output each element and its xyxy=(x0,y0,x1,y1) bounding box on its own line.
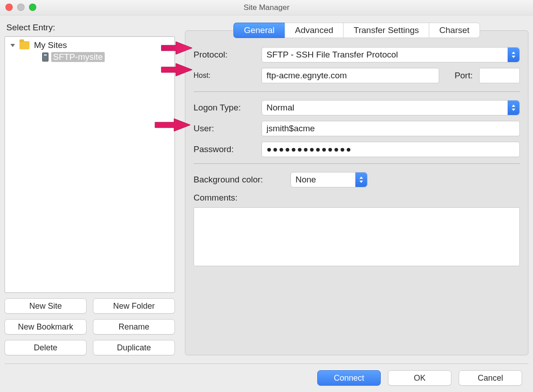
svg-marker-2 xyxy=(512,56,515,58)
svg-marker-6 xyxy=(359,181,363,183)
port-input[interactable] xyxy=(479,68,520,83)
new-folder-button[interactable]: New Folder xyxy=(93,298,175,314)
password-label: Password: xyxy=(194,144,255,154)
svg-marker-3 xyxy=(512,105,515,107)
port-label: Port: xyxy=(446,71,473,81)
stepper-icon xyxy=(508,100,519,115)
protocol-label: Protocol: xyxy=(194,50,255,60)
ok-button[interactable]: OK xyxy=(388,370,451,386)
svg-marker-1 xyxy=(512,52,515,54)
left-column: Select Entry: My Sites SFTP-mysite xyxy=(5,21,175,355)
window-controls xyxy=(5,4,36,11)
tab-bar: General Advanced Transfer Settings Chars… xyxy=(233,23,480,38)
tree-item-row[interactable]: SFTP-mysite xyxy=(6,51,174,63)
divider xyxy=(194,163,520,164)
host-input[interactable] xyxy=(262,68,439,83)
logon-type-value: Normal xyxy=(266,103,294,113)
new-bookmark-button[interactable]: New Bookmark xyxy=(5,319,87,335)
select-entry-label: Select Entry: xyxy=(6,23,175,33)
tab-general[interactable]: General xyxy=(233,23,285,38)
bg-color-select[interactable]: None xyxy=(291,172,368,187)
password-row: Password: xyxy=(194,142,520,157)
cancel-button[interactable]: Cancel xyxy=(459,370,522,386)
password-input[interactable] xyxy=(262,142,520,157)
bg-color-value: None xyxy=(296,175,316,185)
bg-color-row: Background color: None xyxy=(194,172,520,187)
user-input[interactable] xyxy=(262,121,520,136)
tree-root-row[interactable]: My Sites xyxy=(6,39,174,51)
entry-button-grid: New Site New Folder New Bookmark Rename … xyxy=(5,298,175,355)
duplicate-button[interactable]: Duplicate xyxy=(93,340,175,355)
logon-type-select[interactable]: Normal xyxy=(262,100,520,115)
comments-label: Comments: xyxy=(194,193,520,203)
host-label: Host: xyxy=(194,72,255,80)
delete-button[interactable]: Delete xyxy=(5,340,87,355)
entry-tree[interactable]: My Sites SFTP-mysite xyxy=(5,36,175,293)
tab-transfer-settings[interactable]: Transfer Settings xyxy=(343,23,429,38)
new-site-button[interactable]: New Site xyxy=(5,298,87,314)
host-row: Host: Port: xyxy=(194,68,520,83)
content: Select Entry: My Sites SFTP-mysite xyxy=(0,15,533,392)
stepper-icon xyxy=(355,172,367,187)
svg-marker-5 xyxy=(359,177,363,179)
rename-button[interactable]: Rename xyxy=(93,319,175,335)
svg-marker-4 xyxy=(512,109,515,111)
protocol-value: SFTP - SSH File Transfer Protocol xyxy=(266,50,398,60)
stepper-icon xyxy=(508,48,519,62)
divider xyxy=(194,91,520,92)
general-panel: Protocol: SFTP - SSH File Transfer Proto… xyxy=(185,30,528,355)
logon-type-label: Logon Type: xyxy=(194,103,255,113)
titlebar: Site Manager xyxy=(0,0,533,15)
comments-textarea[interactable] xyxy=(194,207,520,266)
minimize-icon[interactable] xyxy=(17,4,24,11)
site-manager-window: Site Manager Select Entry: My Sites xyxy=(0,0,533,392)
connect-button[interactable]: Connect xyxy=(317,370,381,386)
logon-type-row: Logon Type: Normal xyxy=(194,100,520,115)
user-label: User: xyxy=(194,124,255,134)
bg-color-label: Background color: xyxy=(194,175,284,185)
footer: Connect OK Cancel xyxy=(5,363,528,392)
disclosure-triangle-icon[interactable] xyxy=(9,41,17,49)
svg-marker-0 xyxy=(10,44,15,47)
user-row: User: xyxy=(194,121,520,136)
close-icon[interactable] xyxy=(5,4,13,11)
server-icon xyxy=(42,53,48,62)
tab-charset[interactable]: Charset xyxy=(429,23,480,38)
folder-icon xyxy=(19,41,29,49)
maximize-icon[interactable] xyxy=(29,4,36,11)
right-column: General Advanced Transfer Settings Chars… xyxy=(185,21,528,355)
tree-root-label: My Sites xyxy=(32,40,69,50)
tree-item-label: SFTP-mysite xyxy=(51,52,105,62)
protocol-select[interactable]: SFTP - SSH File Transfer Protocol xyxy=(262,47,520,62)
window-title: Site Manager xyxy=(243,3,289,12)
tab-advanced[interactable]: Advanced xyxy=(285,23,344,38)
protocol-row: Protocol: SFTP - SSH File Transfer Proto… xyxy=(194,47,520,62)
